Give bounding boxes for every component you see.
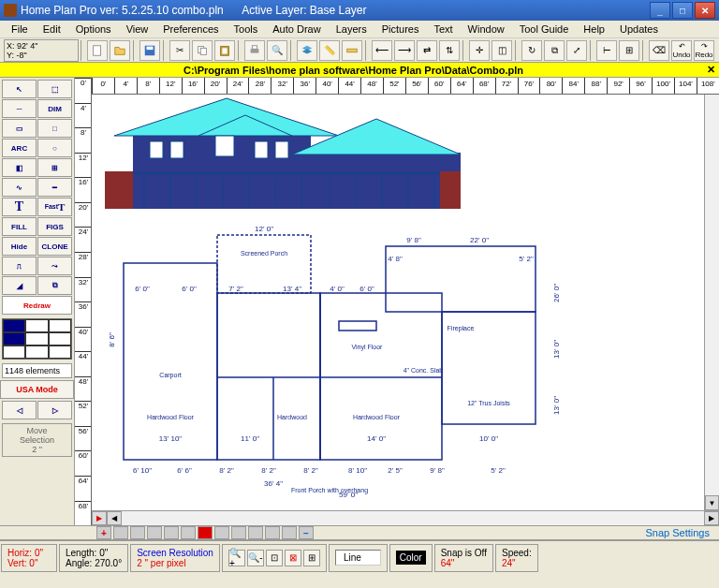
nudge-right[interactable]: ▷ <box>37 401 72 419</box>
menu-pictures[interactable]: Pictures <box>374 22 427 37</box>
horizontal-scrollbar[interactable]: ▶ ◀ ▶ <box>92 510 719 525</box>
vertical-scrollbar[interactable]: ▲ ▼ <box>704 78 719 510</box>
scroll-right-arrow[interactable]: ▶ <box>704 511 719 525</box>
swatch-white2[interactable] <box>49 319 71 332</box>
redraw-button[interactable]: Redraw <box>2 296 72 315</box>
dim-tool-button[interactable]: ⊢ <box>596 40 617 61</box>
zoom-window-button[interactable]: ⊠ <box>285 550 301 566</box>
door-tool[interactable]: ◧ <box>2 158 37 177</box>
bezier-tool[interactable]: ⤳ <box>37 257 72 275</box>
angle-tool[interactable]: ◢ <box>2 276 37 295</box>
menu-options[interactable]: Options <box>68 22 119 37</box>
arc-tool[interactable]: ARC <box>2 139 37 157</box>
zoom-minus-button[interactable]: − <box>299 526 314 539</box>
wall-tool[interactable]: ━ <box>37 178 72 197</box>
swatch-navy2[interactable] <box>3 332 25 345</box>
swatch-white4[interactable] <box>49 332 71 345</box>
menu-layers[interactable]: Layers <box>329 22 374 37</box>
paste-button[interactable] <box>214 40 235 61</box>
fast-text-tool[interactable]: FastT <box>37 198 72 216</box>
menu-preferences[interactable]: Preferences <box>155 22 226 37</box>
move-selection-panel[interactable]: Move Selection 2 " <box>2 423 72 457</box>
figs-tool[interactable]: FIGS <box>37 217 72 236</box>
mirror-button[interactable]: ⧉ <box>544 40 565 61</box>
eraser-button[interactable]: ⌫ <box>649 40 669 61</box>
rect-open-tool[interactable]: ▭ <box>2 119 37 138</box>
snap-settings-link[interactable]: Snap Settings <box>640 527 716 538</box>
flip-h-button[interactable]: ⇄ <box>417 40 437 61</box>
menu-view[interactable]: View <box>119 22 156 37</box>
curve-tool[interactable]: ∿ <box>2 178 37 197</box>
zoom-step-3[interactable] <box>147 526 162 539</box>
zoom-step-5[interactable] <box>181 526 196 539</box>
menu-tool-guide[interactable]: Tool Guide <box>512 22 577 37</box>
nudge-left[interactable]: ◁ <box>2 401 37 419</box>
open-file-button[interactable] <box>110 40 130 61</box>
swatch-white6[interactable] <box>25 345 48 359</box>
rect-tool[interactable]: □ <box>37 119 72 138</box>
zoom-extents-button[interactable]: ⊞ <box>303 550 320 566</box>
scroll-left-arrow2[interactable]: ◀ <box>107 511 122 525</box>
zoom-fit-button[interactable]: ⊡ <box>266 550 283 566</box>
snap-left-button[interactable]: ⟵ <box>372 40 392 61</box>
new-file-button[interactable] <box>87 40 108 61</box>
zoom-step-6[interactable] <box>214 526 229 539</box>
rotate-button[interactable]: ↻ <box>521 40 542 61</box>
drawing-canvas[interactable]: 12' 0" 9' 8" 22' 0" 4' 8" 5' 2" 6' 0" 6'… <box>92 78 719 525</box>
color-panel[interactable]: Color <box>389 544 433 572</box>
pathbar-close-icon[interactable]: ✕ <box>703 64 719 76</box>
color-button[interactable]: Color <box>396 551 426 565</box>
zoom-step-2[interactable] <box>130 526 145 539</box>
close-button[interactable]: ✕ <box>695 2 715 19</box>
menu-auto-draw[interactable]: Auto Draw <box>265 22 328 37</box>
menu-edit[interactable]: Edit <box>36 22 68 37</box>
clone-tool[interactable]: CLONE <box>37 237 72 256</box>
save-button[interactable] <box>139 40 160 61</box>
redo-button[interactable]: ↷Redo <box>694 40 714 61</box>
flip-v-button[interactable]: ⇅ <box>439 40 460 61</box>
zoom-step-8[interactable] <box>248 526 263 539</box>
menu-tools[interactable]: Tools <box>227 22 266 37</box>
scale-button[interactable]: ⤢ <box>566 40 587 61</box>
scroll-left-arrow[interactable]: ▶ <box>92 511 107 525</box>
scroll-down-arrow[interactable]: ▼ <box>705 495 719 510</box>
align-button[interactable]: ◫ <box>492 40 512 61</box>
window-tool[interactable]: ⊞ <box>37 158 72 177</box>
undo-button[interactable]: ↶Undo <box>671 40 692 61</box>
zoom-step-7[interactable] <box>231 526 246 539</box>
swatch-white[interactable] <box>25 319 48 332</box>
copy-button[interactable] <box>192 40 213 61</box>
usa-mode-toggle[interactable]: USA Mode <box>0 380 74 399</box>
zoom-plus-button[interactable]: + <box>96 526 111 539</box>
maximize-button[interactable]: □ <box>672 2 693 19</box>
polyline-tool[interactable]: ⎍ <box>2 257 37 275</box>
menu-text[interactable]: Text <box>426 22 460 37</box>
menu-window[interactable]: Window <box>461 22 512 37</box>
hide-tool[interactable]: Hide <box>2 237 37 256</box>
swatch-white5[interactable] <box>3 345 25 359</box>
layer-button[interactable] <box>297 40 317 61</box>
group-button[interactable]: ⊞ <box>619 40 639 61</box>
ruler-toggle-button[interactable] <box>342 40 362 61</box>
zoom-out-button[interactable]: 🔍- <box>247 550 264 566</box>
zoom-step-9[interactable] <box>265 526 280 539</box>
dim-tool[interactable]: DIM <box>37 99 72 118</box>
print-button[interactable] <box>244 40 265 61</box>
swatch-white3[interactable] <box>25 332 48 345</box>
swatch-navy[interactable] <box>3 319 25 332</box>
snap-right-button[interactable]: ⟶ <box>394 40 415 61</box>
fill-tool[interactable]: FILL <box>2 217 37 236</box>
line-tool[interactable]: ─ <box>2 99 37 118</box>
marquee-tool[interactable]: ⬚ <box>37 80 72 98</box>
stairs-tool[interactable]: ⧉ <box>37 276 72 295</box>
minimize-button[interactable]: _ <box>650 2 670 19</box>
zoom-step-10[interactable] <box>282 526 297 539</box>
zoom-in-button[interactable]: 🔍+ <box>228 550 245 566</box>
circle-tool[interactable]: ○ <box>37 139 72 157</box>
menu-updates[interactable]: Updates <box>612 22 666 37</box>
swatch-white7[interactable] <box>49 345 71 359</box>
menu-help[interactable]: Help <box>576 22 612 37</box>
measure-button[interactable]: 📏 <box>319 40 340 61</box>
zoom-step-1[interactable] <box>113 526 128 539</box>
preview-button[interactable]: 🔍 <box>267 40 287 61</box>
